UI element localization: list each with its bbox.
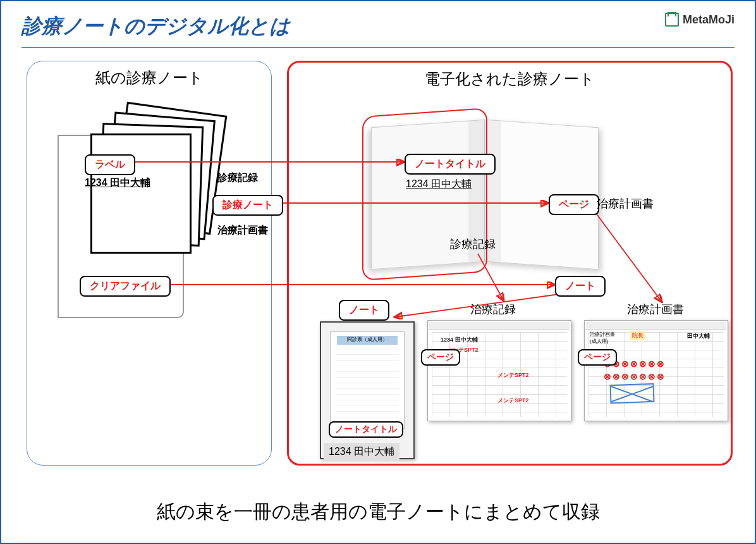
label-doc2: 治療計画書 <box>217 224 268 237</box>
footer-text: 紙の束を一冊の患者用の電子ノートにまとめて収録 <box>1 499 755 525</box>
page-title: 診療ノートのデジタル化とは <box>21 13 290 40</box>
panel-digital-heading: 電子化された診療ノート <box>289 69 731 89</box>
thumb-note-cover: 問診票（成人用） <box>320 321 415 459</box>
paper-stack <box>58 116 216 331</box>
caption-record: 診療記録 <box>450 237 496 252</box>
header: 診療ノートのデジタル化とは MetaMoJi <box>1 1 755 47</box>
label-note: 診療ノート <box>212 195 283 216</box>
label-doc1: 診療記録 <box>217 171 258 185</box>
brand-icon <box>665 13 679 27</box>
diagram-canvas: 紙の診療ノート 電子化された診療ノート <box>16 61 740 478</box>
book-outline <box>362 108 487 281</box>
panel-paper-heading: 紙の診療ノート <box>27 68 271 88</box>
brand-logo: MetaMoJi <box>665 13 735 27</box>
header-rule <box>21 47 735 48</box>
thumb1-subtitle-box: ノートタイトル <box>329 421 403 438</box>
patient-id-right: 1234 田中大輔 <box>406 178 472 191</box>
thumb2-page-box: ページ <box>421 349 460 366</box>
thumb3-page-box: ページ <box>578 349 617 366</box>
label-folder: クリアファイル <box>80 276 171 297</box>
label-note-right: ノート <box>555 276 606 297</box>
caption-plan: 治療計画書 <box>597 196 654 211</box>
thumb-treatment-plan: 治療計画書(成人用) 院長 田中大輔 ⊗⊗⊗⊗⊗⊗⊗ ⊗⊗⊗⊗⊗⊗⊗ <box>584 320 728 421</box>
label-note-title: ノートタイトル <box>405 154 496 175</box>
label-label: ラベル <box>85 154 135 175</box>
thumb-treatment-record: メンテSPT2 メンテSPT2 メンテSPT2 1234 田中大輔 <box>427 320 571 421</box>
label-page: ページ <box>549 194 599 215</box>
sheet-front <box>90 133 192 254</box>
patient-id-left: 1234 田中大輔 <box>85 176 150 190</box>
thumb1-patient: 1234 田中大輔 <box>324 443 399 461</box>
panel-paper: 紙の診療ノート <box>27 61 272 466</box>
thumb3-title: 治療計画書 <box>627 302 684 317</box>
thumb2-title: 治療記録 <box>470 302 516 317</box>
thumb1-title-box: ノート <box>339 300 389 321</box>
brand-text: MetaMoJi <box>683 13 735 27</box>
